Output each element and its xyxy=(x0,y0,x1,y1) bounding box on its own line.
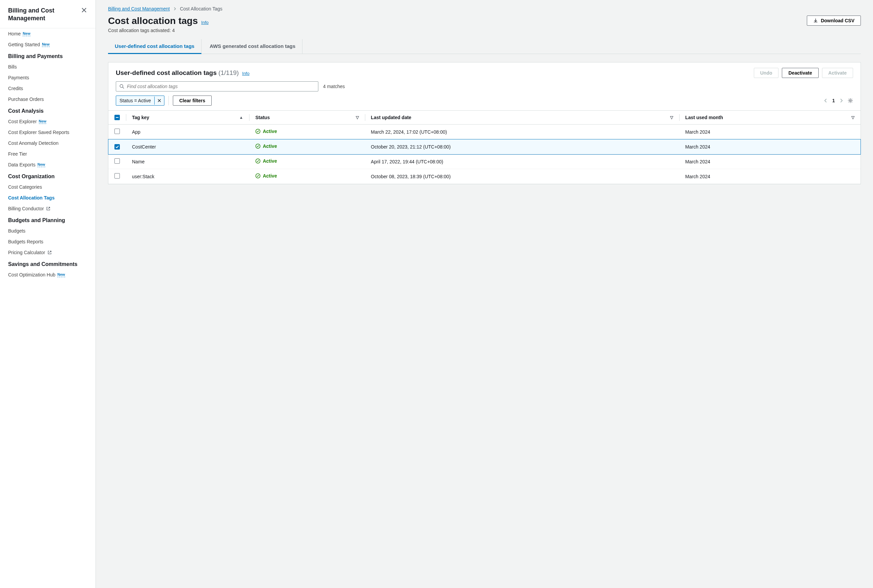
check-circle-icon xyxy=(255,129,261,134)
cell-tagkey: App xyxy=(126,124,249,140)
sidebar-item-label: Cost Allocation Tags xyxy=(8,195,55,201)
sidebar-item-label: Getting Started xyxy=(8,42,40,47)
tabs: User-defined cost allocation tags AWS ge… xyxy=(108,39,861,54)
sidebar-item[interactable]: HomeNew xyxy=(0,28,96,39)
row-checkbox[interactable] xyxy=(114,158,120,164)
search-input[interactable] xyxy=(127,84,315,89)
panel-info-link[interactable]: Info xyxy=(242,71,249,76)
page-title: Cost allocation tags Info xyxy=(108,15,208,26)
download-csv-button[interactable]: Download CSV xyxy=(807,15,861,26)
divider xyxy=(168,96,169,105)
nav-section-header: Cost Organization xyxy=(0,170,96,182)
sidebar-nav: HomeNewGetting StartedNewBilling and Pay… xyxy=(0,28,96,280)
cell-tagkey: Name xyxy=(126,154,249,169)
sidebar-item[interactable]: Billing Conductor xyxy=(0,203,96,214)
activate-button[interactable]: Activate xyxy=(822,68,853,78)
sidebar-item-label: Home xyxy=(8,31,21,36)
breadcrumb-root[interactable]: Billing and Cost Management xyxy=(108,6,170,12)
sidebar-item[interactable]: Data ExportsNew xyxy=(0,159,96,170)
cell-lastused: March 2024 xyxy=(679,154,861,169)
pager-prev[interactable] xyxy=(824,99,827,103)
svg-point-0 xyxy=(120,84,123,87)
tags-table: Tag key▲ Status▽ Last updated date▽ Last… xyxy=(108,110,861,184)
table-row[interactable]: CostCenterActiveOctober 20, 2023, 21:12 … xyxy=(108,140,861,154)
sidebar-item-label: Cost Categories xyxy=(8,184,42,190)
sidebar-item-label: Credits xyxy=(8,86,23,91)
col-updated[interactable]: Last updated date xyxy=(371,115,411,120)
panel-title: User-defined cost allocation tags (1/119… xyxy=(116,69,238,76)
sidebar-item[interactable]: Cost Explorer Saved Reports xyxy=(0,127,96,138)
sort-asc-icon[interactable]: ▲ xyxy=(239,115,243,120)
sidebar-item[interactable]: Bills xyxy=(0,62,96,72)
external-link-icon xyxy=(47,250,52,255)
sidebar-item[interactable]: Cost ExplorerNew xyxy=(0,116,96,127)
sidebar-item[interactable]: Cost Optimization HubNew xyxy=(0,269,96,280)
chevron-right-icon xyxy=(840,99,843,103)
undo-button[interactable]: Undo xyxy=(754,68,779,78)
tags-panel: User-defined cost allocation tags (1/119… xyxy=(108,62,861,184)
sidebar-item[interactable]: Purchase Orders xyxy=(0,94,96,105)
check-circle-icon xyxy=(255,144,261,149)
check-circle-icon xyxy=(255,158,261,164)
sidebar-item-label: Cost Explorer Saved Reports xyxy=(8,130,69,135)
table-row[interactable]: NameActiveApril 17, 2022, 19:44 (UTC+08:… xyxy=(108,154,861,169)
sidebar-item-label: Purchase Orders xyxy=(8,96,44,102)
main-content: Billing and Cost Management Cost Allocat… xyxy=(96,0,873,588)
chevron-left-icon xyxy=(824,99,827,103)
new-badge: New xyxy=(39,119,46,124)
sidebar-item-label: Cost Anomaly Detection xyxy=(8,140,58,146)
cell-updated: March 22, 2024, 17:02 (UTC+08:00) xyxy=(365,124,679,140)
deactivate-button[interactable]: Deactivate xyxy=(782,68,818,78)
breadcrumbs: Billing and Cost Management Cost Allocat… xyxy=(108,6,861,12)
sidebar-item[interactable]: Cost Categories xyxy=(0,182,96,192)
row-checkbox[interactable] xyxy=(114,129,120,134)
row-checkbox[interactable] xyxy=(114,144,120,150)
nav-section-header: Savings and Commitments xyxy=(0,258,96,269)
table-settings-button[interactable] xyxy=(848,98,853,103)
col-tagkey[interactable]: Tag key xyxy=(132,115,149,120)
download-csv-label: Download CSV xyxy=(820,18,854,23)
sidebar-item[interactable]: Free Tier xyxy=(0,148,96,159)
search-box[interactable] xyxy=(116,81,318,92)
new-badge: New xyxy=(38,162,45,167)
filter-icon[interactable]: ▽ xyxy=(851,115,854,120)
sidebar-item-label: Payments xyxy=(8,75,29,80)
filter-icon[interactable]: ▽ xyxy=(670,115,673,120)
sidebar-title: Billing and Cost Management xyxy=(8,7,81,22)
page-info-link[interactable]: Info xyxy=(201,20,208,25)
tab-user-defined[interactable]: User-defined cost allocation tags xyxy=(108,39,201,54)
pager-next[interactable] xyxy=(840,99,843,103)
nav-section-header: Cost Analysis xyxy=(0,105,96,116)
filter-icon[interactable]: ▽ xyxy=(356,115,359,120)
row-checkbox[interactable] xyxy=(114,173,120,178)
col-lastused[interactable]: Last used month xyxy=(685,115,723,120)
sidebar-item[interactable]: Cost Allocation Tags xyxy=(0,192,96,203)
sidebar-close-button[interactable] xyxy=(81,7,87,14)
nav-section-header: Budgets and Planning xyxy=(0,214,96,225)
external-link-icon xyxy=(46,206,51,211)
select-all-checkbox[interactable] xyxy=(114,115,120,120)
svg-point-1 xyxy=(850,100,851,102)
close-icon xyxy=(81,8,87,13)
table-row[interactable]: AppActiveMarch 22, 2024, 17:02 (UTC+08:0… xyxy=(108,124,861,140)
sidebar-item-label: Billing Conductor xyxy=(8,206,44,211)
table-row[interactable]: user:StackActiveOctober 08, 2023, 18:39 … xyxy=(108,169,861,184)
cell-lastused: March 2024 xyxy=(679,124,861,140)
clear-filters-button[interactable]: Clear filters xyxy=(173,96,212,106)
filter-chip-label[interactable]: Status = Active xyxy=(116,96,154,105)
sidebar-item[interactable]: Getting StartedNew xyxy=(0,39,96,50)
sidebar-item[interactable]: Payments xyxy=(0,72,96,83)
sidebar-item[interactable]: Budgets xyxy=(0,225,96,236)
sidebar-item[interactable]: Cost Anomaly Detection xyxy=(0,138,96,148)
sidebar-item[interactable]: Budgets Reports xyxy=(0,236,96,247)
page-subtitle: Cost allocation tags activated: 4 xyxy=(108,28,861,33)
sidebar-item[interactable]: Pricing Calculator xyxy=(0,247,96,258)
filter-chip-remove[interactable] xyxy=(154,96,164,105)
breadcrumb-current: Cost Allocation Tags xyxy=(180,6,222,12)
sidebar-item[interactable]: Credits xyxy=(0,83,96,94)
cell-updated: October 20, 2023, 21:12 (UTC+08:00) xyxy=(365,140,679,154)
col-status[interactable]: Status xyxy=(255,115,270,120)
status-badge: Active xyxy=(255,144,277,149)
tab-aws-generated[interactable]: AWS generated cost allocation tags xyxy=(203,39,303,54)
svg-rect-2 xyxy=(116,117,118,118)
